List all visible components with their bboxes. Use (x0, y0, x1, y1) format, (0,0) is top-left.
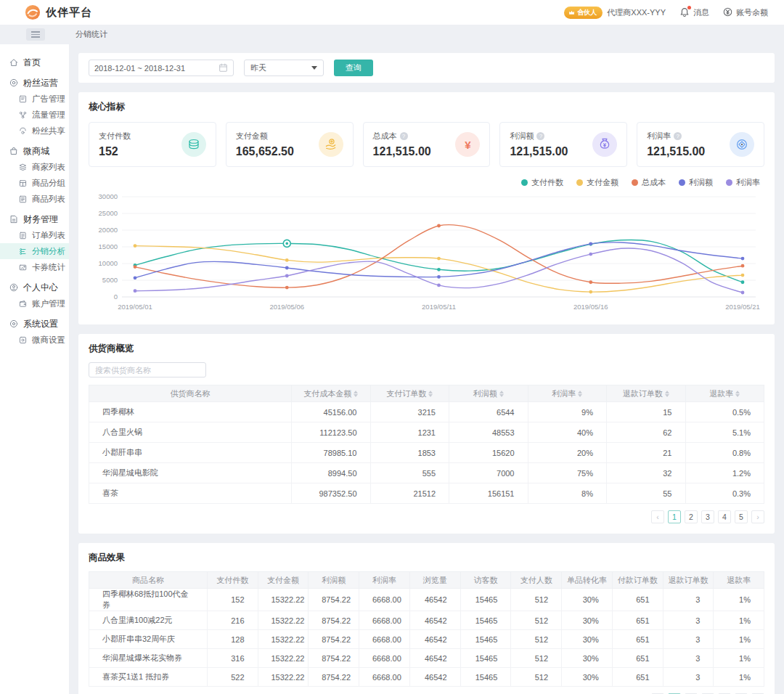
stat-value: 121,515.00 (373, 145, 431, 158)
sidebar-item-shop-settings[interactable]: 微商设置 (0, 332, 69, 348)
table-header-cell: 退款订单数 (663, 572, 714, 589)
query-button[interactable]: 查询 (334, 60, 373, 76)
table-cell: 522 (207, 668, 258, 687)
sidebar-item-mall[interactable]: 微商城 (0, 143, 69, 159)
sidebar-item-user[interactable]: 个人中心 (0, 279, 69, 295)
svg-text:2019/05/11: 2019/05/11 (422, 303, 456, 311)
crown-icon (568, 9, 575, 16)
table-cell: 3 (663, 668, 714, 687)
table-cell: 6668.00 (359, 611, 410, 630)
sort-icon[interactable] (354, 391, 358, 397)
table-header-cell: 支付件数 (207, 572, 258, 589)
table-cell: 8754.22 (309, 630, 359, 649)
legend-item-4[interactable]: 利润率 (726, 177, 760, 188)
table-cell: 15322.22 (258, 611, 309, 630)
table-cell: 8754.22 (309, 668, 359, 687)
table-cell: 40% (528, 422, 607, 443)
sidebar-collapse-button[interactable] (26, 28, 45, 41)
sidebar-item-share[interactable]: 粉丝共享 (0, 123, 69, 139)
table-cell: 32 (607, 463, 686, 483)
supplier-search-input[interactable] (89, 362, 206, 377)
date-range-value[interactable] (94, 64, 214, 73)
traffic-icon (18, 110, 28, 120)
sidebar-item-merchants[interactable]: 商家列表 (0, 159, 69, 175)
table-header-cell[interactable]: 支付订单数 (370, 385, 449, 402)
table-header-cell[interactable]: 利润率 (528, 385, 607, 402)
sidebar-item-label: 商家列表 (32, 162, 65, 173)
table-cell: 75% (528, 463, 607, 483)
table-cell: 987352.50 (292, 483, 371, 504)
sort-icon[interactable] (665, 391, 669, 397)
sidebar-item-label: 系统设置 (23, 318, 58, 330)
sort-icon[interactable] (499, 391, 504, 397)
analysis-icon (18, 247, 28, 256)
legend-label: 支付金额 (587, 177, 618, 188)
calendar-icon (219, 63, 228, 73)
table-row: 小郡肝串串78985.1018531562020%210.8% (89, 443, 764, 463)
sidebar-item-analysis[interactable]: 分销分析 (0, 243, 69, 259)
table-header-cell[interactable]: 支付成本金额 (292, 385, 371, 402)
legend-item-3[interactable]: 利润额 (679, 177, 713, 188)
quick-date-select[interactable]: 昨天 (244, 60, 324, 76)
sidebar-item-label: 商品分组 (32, 178, 65, 189)
page-next[interactable]: › (751, 510, 764, 523)
table-cell: 48553 (449, 422, 528, 443)
balance-link[interactable]: 账号余额 (722, 7, 768, 19)
page-number-1[interactable]: 1 (668, 510, 681, 523)
legend-item-2[interactable]: 总成本 (632, 177, 666, 188)
sidebar-item-groups[interactable]: 商品分组 (0, 175, 69, 191)
agent-account[interactable]: 合伙人 代理商XXX-YYY (564, 7, 666, 19)
page-number-3[interactable]: 3 (701, 510, 714, 523)
help-icon[interactable]: ? (536, 132, 544, 140)
merchants-icon (18, 163, 28, 172)
help-icon[interactable]: ? (674, 132, 682, 140)
logo: 伙伴平台 (25, 4, 92, 20)
sidebar-item-fans[interactable]: 粉丝运营 (0, 75, 69, 91)
sort-icon[interactable] (578, 391, 582, 397)
sidebar-item-label: 财务管理 (23, 213, 58, 226)
sidebar-item-traffic[interactable]: 流量管理 (0, 107, 69, 123)
sidebar-item-orders[interactable]: 订单列表 (0, 227, 69, 243)
sidebar-item-wallet[interactable]: 账户管理 (0, 295, 69, 311)
breadcrumb: 分销统计 (75, 29, 107, 40)
sidebar-item-settings[interactable]: 系统设置 (0, 316, 69, 332)
sidebar-item-finance[interactable]: 财务管理 (0, 211, 69, 227)
sidebar-item-coupons[interactable]: 卡券统计 (0, 259, 69, 275)
table-header-cell[interactable]: 退款率 (685, 385, 764, 402)
legend-item-1[interactable]: 支付金额 (576, 177, 618, 188)
table-row: 喜茶987352.50215121561518%550.3% (89, 483, 764, 504)
row-name-cell: 华润星城爆米花实物券 (89, 649, 208, 668)
page-number-2[interactable]: 2 (685, 510, 698, 523)
line-chart[interactable]: 0500010000150002000025000300002019/05/01… (89, 191, 763, 314)
messages-link[interactable]: 消息 (679, 7, 709, 18)
sort-icon[interactable] (428, 391, 433, 397)
table-header-cell[interactable]: 利润额 (449, 385, 528, 402)
table-header-cell: 利润率 (359, 572, 410, 589)
table-header-cell[interactable]: 退款订单数 (607, 385, 686, 402)
sort-icon[interactable] (735, 391, 740, 397)
help-icon[interactable]: ? (400, 132, 408, 140)
page-number-5[interactable]: 5 (735, 510, 748, 523)
stat-card-target: 利润率?121,515.00 (637, 122, 764, 167)
table-row: 华润星城爆米花实物券31615322.228754.226668.0046542… (89, 649, 764, 668)
sidebar-item-home[interactable]: 首页 (0, 54, 69, 70)
page-prev[interactable]: ‹ (651, 510, 664, 523)
fans-icon (9, 78, 19, 88)
table-cell: 1% (714, 611, 764, 630)
table-cell: 8754.22 (309, 611, 359, 630)
table-cell: 15620 (449, 443, 528, 463)
stat-label: 支付金额 (236, 131, 268, 142)
legend-item-0[interactable]: 支付件数 (521, 177, 563, 188)
table-cell: 15465 (460, 589, 511, 611)
app-title: 伙伴平台 (46, 6, 92, 20)
chart-area: 支付件数支付金额总成本利润额利润率 0500010000150002000025… (89, 177, 764, 317)
legend-dot (521, 179, 528, 186)
table-cell: 46542 (409, 589, 460, 611)
sidebar-item-ad[interactable]: 广告管理 (0, 91, 69, 107)
caret-down-icon (311, 66, 317, 70)
date-range-input[interactable] (89, 60, 234, 76)
bell-icon (679, 7, 690, 18)
sidebar-item-products[interactable]: 商品列表 (0, 191, 69, 207)
table-cell: 6668.00 (359, 589, 410, 611)
page-number-4[interactable]: 4 (718, 510, 731, 523)
